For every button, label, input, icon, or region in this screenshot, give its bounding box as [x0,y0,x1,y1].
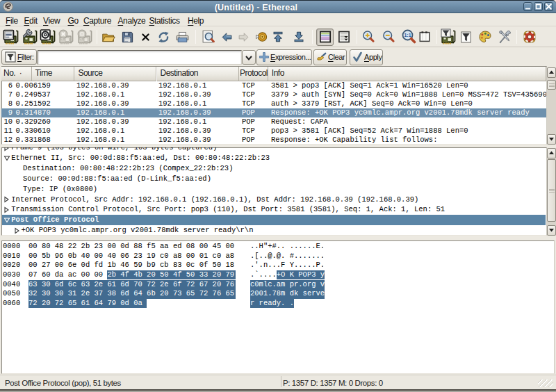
svg-text:1:1: 1:1 [404,33,411,38]
